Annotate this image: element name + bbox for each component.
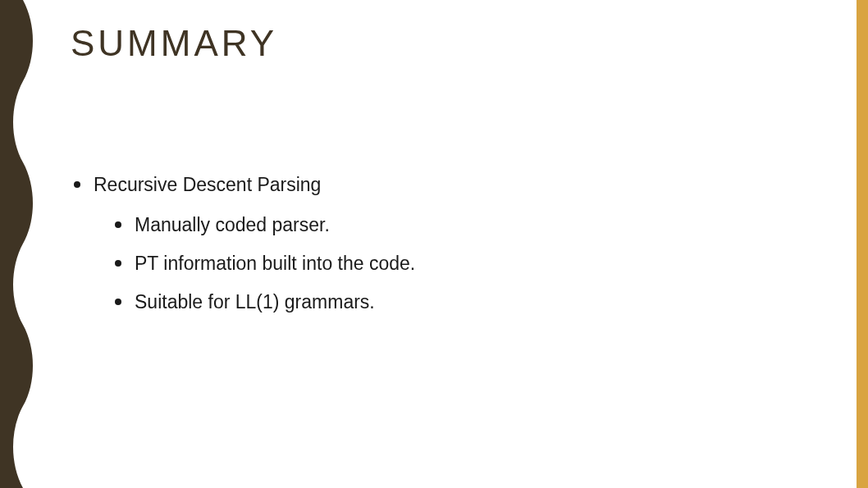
slide-title: SUMMARY	[71, 23, 277, 64]
bullet-level1: Recursive Descent Parsing Manually coded…	[71, 172, 743, 315]
right-accent-bar	[857, 0, 868, 488]
bullet-text: Manually coded parser.	[135, 214, 330, 235]
bullet-text: Recursive Descent Parsing	[94, 174, 321, 195]
bullet-level2: PT information built into the code.	[94, 251, 471, 276]
bullet-level2: Manually coded parser.	[94, 212, 471, 238]
slide-content: Recursive Descent Parsing Manually coded…	[71, 172, 743, 330]
bullet-level2: Suitable for LL(1) grammars.	[94, 290, 471, 315]
bullet-text: PT information built into the code.	[135, 253, 415, 274]
bullet-text: Suitable for LL(1) grammars.	[135, 291, 375, 312]
left-wave-decoration	[0, 0, 36, 488]
slide: SUMMARY Recursive Descent Parsing Manual…	[0, 0, 868, 488]
